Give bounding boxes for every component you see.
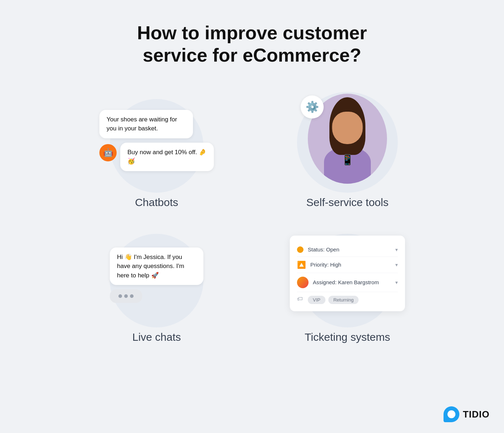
assigned-label: Assigned: Karen Bargstrom — [313, 279, 395, 285]
self-service-visual: ⚙️ 📱 — [279, 88, 416, 189]
ticketing-widget: Status: Open ▾ 🔼 Priority: High ▾ Assign… — [290, 236, 405, 311]
content-grid: Your shoes are waiting for you in your b… — [72, 88, 432, 343]
bot-row: 🤖 Buy now and get 10% off. 🤌🥳 — [99, 143, 214, 171]
bot-avatar: 🤖 — [99, 144, 117, 161]
ticketing-title: Ticketing systems — [305, 331, 390, 343]
tidio-bubble-icon — [444, 406, 459, 422]
tags-row: 🏷 VIP Returning — [297, 292, 398, 304]
chatbots-title: Chatbots — [135, 196, 178, 209]
typing-dot-2 — [124, 294, 128, 298]
live-chat-message: Hi 👋 I'm Jessica. If you have any quesst… — [110, 247, 203, 285]
tidio-text: TIDIO — [463, 409, 490, 420]
live-chats-title: Live chats — [132, 331, 181, 343]
ticketing-visual-area: Status: Open ▾ 🔼 Priority: High ▾ Assign… — [279, 223, 416, 324]
person-face — [332, 112, 363, 144]
returning-tag: Returning — [328, 296, 359, 304]
status-icon — [297, 246, 303, 253]
priority-row: 🔼 Priority: High ▾ — [297, 257, 398, 273]
priority-icon: 🔼 — [297, 260, 306, 269]
status-chevron: ▾ — [395, 247, 398, 253]
chat-bubble-1: Your shoes are waiting for you in your b… — [99, 110, 193, 138]
tidio-inner-circle — [447, 410, 455, 418]
typing-indicator — [110, 289, 142, 303]
live-chats-card: Hi 👋 I'm Jessica. If you have any quesst… — [72, 223, 241, 343]
gear-badge: ⚙️ — [301, 95, 324, 119]
chatbots-card: Your shoes are waiting for you in your b… — [72, 88, 241, 209]
status-row: Status: Open ▾ — [297, 243, 398, 257]
page-title: How to improve customer service for eCom… — [126, 22, 378, 67]
tag-icon: 🏷 — [297, 296, 303, 304]
vip-tag: VIP — [308, 296, 325, 304]
assigned-chevron: ▾ — [395, 280, 398, 285]
status-label: Status: Open — [308, 246, 395, 253]
typing-dot-1 — [118, 294, 122, 298]
self-service-title: Self-service tools — [306, 196, 388, 209]
self-service-card: ⚙️ 📱 Self-service tools — [263, 88, 432, 209]
live-chats-visual: Hi 👋 I'm Jessica. If you have any quesst… — [88, 223, 225, 324]
priority-chevron: ▾ — [395, 262, 398, 268]
tidio-logo: TIDIO — [444, 406, 490, 422]
typing-dot-3 — [130, 294, 134, 298]
chatbots-visual: Your shoes are waiting for you in your b… — [88, 88, 225, 189]
priority-label: Priority: High — [310, 262, 395, 268]
chat-bubble-2: Buy now and get 10% off. 🤌🥳 — [120, 143, 214, 171]
assignee-avatar — [297, 277, 309, 288]
phone-icon: 📱 — [341, 154, 354, 166]
assigned-row: Assigned: Karen Bargstrom ▾ — [297, 273, 398, 292]
ticketing-card: Status: Open ▾ 🔼 Priority: High ▾ Assign… — [263, 223, 432, 343]
